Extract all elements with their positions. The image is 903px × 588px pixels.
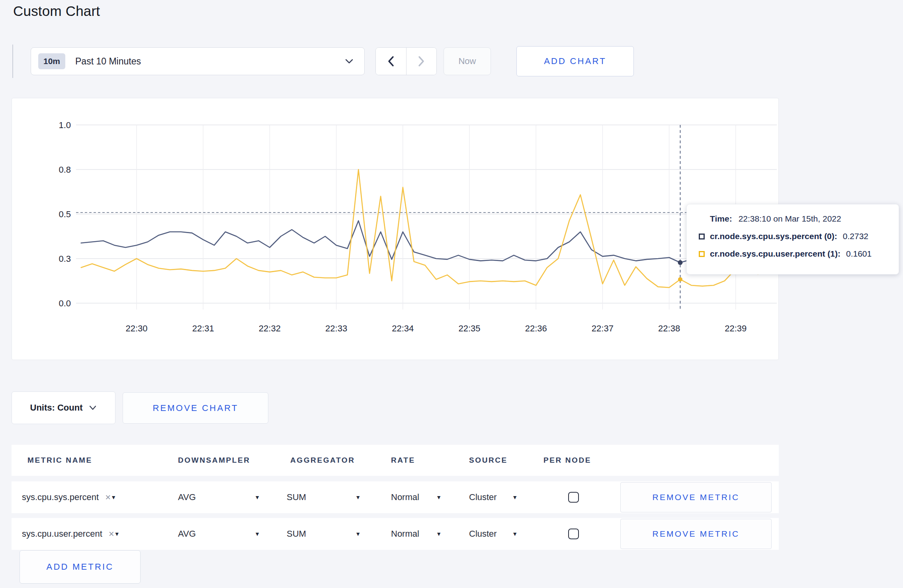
dropdown-arrow-icon: ▼ <box>512 494 518 500</box>
x-axis-label: 22:37 <box>592 323 614 333</box>
sys-percent-line <box>81 221 769 263</box>
tooltip-series-value: 0.1601 <box>846 249 872 259</box>
chart-tooltip: Time: 22:38:10 on Mar 15th, 2022 cr.node… <box>686 204 899 275</box>
user-highlight-dot <box>678 277 682 282</box>
y-axis-label: 0.3 <box>59 254 71 264</box>
y-axis-label: 0.8 <box>59 165 71 175</box>
clear-metric-icon[interactable]: × <box>109 528 114 539</box>
time-prev-button[interactable] <box>376 48 407 75</box>
downsampler-value: AVG <box>178 492 196 502</box>
col-header-metric-name: METRIC NAME <box>27 456 92 465</box>
remove-metric-button[interactable]: REMOVE METRIC <box>620 482 772 512</box>
x-axis-label: 22:33 <box>325 323 347 333</box>
chevron-right-icon <box>417 55 425 67</box>
rate-value: Normal <box>391 492 419 502</box>
source-select[interactable]: Cluster ▼ <box>469 492 518 502</box>
remove-metric-button[interactable]: REMOVE METRIC <box>620 519 772 549</box>
x-axis-label: 22:39 <box>725 323 747 333</box>
sys-highlight-dot <box>678 260 682 265</box>
y-axis-label: 0.5 <box>59 209 71 219</box>
dropdown-arrow-icon: ▼ <box>254 494 260 500</box>
clear-metric-icon[interactable]: × <box>105 492 111 503</box>
units-label: Units: Count <box>30 403 83 413</box>
tooltip-time-row: Time: 22:38:10 on Mar 15th, 2022 <box>699 214 891 224</box>
x-axis-label: 22:30 <box>125 323 147 333</box>
rate-value: Normal <box>391 529 419 539</box>
time-range-label: Past 10 Minutes <box>75 56 344 67</box>
dropdown-arrow-icon: ▼ <box>512 531 518 537</box>
per-node-checkbox[interactable] <box>568 529 579 539</box>
chart-svg: 0.00.30.50.81.022:3022:3122:3222:3322:34… <box>12 98 778 360</box>
col-header-source: SOURCE <box>469 456 508 465</box>
custom-chart-page: Custom Chart 10m Past 10 Minutes Now ADD… <box>0 0 903 588</box>
chevron-down-icon <box>89 405 97 411</box>
downsampler-select[interactable]: AVG ▼ <box>178 492 260 502</box>
metric-row: sys.cpu.user.percent × ▼ AVG ▼ SUM ▼ Nor… <box>12 518 779 550</box>
chevron-down-icon <box>344 58 354 64</box>
x-axis-label: 22:36 <box>525 323 547 333</box>
add-metric-button[interactable]: ADD METRIC <box>20 550 141 584</box>
sys-series-swatch-icon <box>699 234 705 239</box>
chevron-left-icon <box>387 55 395 67</box>
dropdown-arrow-icon[interactable]: ▼ <box>114 531 120 537</box>
chart-panel[interactable]: 0.00.30.50.81.022:3022:3122:3222:3322:34… <box>12 98 779 360</box>
rate-select[interactable]: Normal ▼ <box>391 529 442 539</box>
x-axis-label: 22:32 <box>259 323 281 333</box>
tooltip-series-row: cr.node.sys.cpu.user.percent (1): 0.1601 <box>699 249 891 259</box>
tooltip-time-label: Time: <box>710 214 732 224</box>
add-chart-button[interactable]: ADD CHART <box>516 46 634 76</box>
metric-name-value: sys.cpu.user.percent <box>22 529 102 539</box>
col-header-rate: RATE <box>391 456 415 465</box>
tooltip-series-value: 0.2732 <box>843 232 868 241</box>
now-button[interactable]: Now <box>444 47 491 75</box>
x-axis-label: 22:38 <box>658 323 680 333</box>
per-node-checkbox[interactable] <box>568 492 579 503</box>
source-select[interactable]: Cluster ▼ <box>469 529 518 539</box>
metric-name-value: sys.cpu.sys.percent <box>22 492 99 502</box>
metric-row: sys.cpu.sys.percent × ▼ AVG ▼ SUM ▼ Norm… <box>12 481 779 513</box>
source-value: Cluster <box>469 529 497 539</box>
dropdown-arrow-icon: ▼ <box>436 531 442 537</box>
aggregator-select[interactable]: SUM ▼ <box>287 529 361 539</box>
col-header-downsampler: DOWNSAMPLER <box>178 456 250 465</box>
downsampler-value: AVG <box>178 529 196 539</box>
time-range-badge: 10m <box>38 53 65 69</box>
time-next-button[interactable] <box>407 48 437 75</box>
y-axis-label: 0.0 <box>59 298 71 308</box>
dropdown-arrow-icon[interactable]: ▼ <box>111 494 116 500</box>
metric-name-select[interactable]: sys.cpu.sys.percent × ▼ <box>22 492 116 503</box>
toolbar-divider <box>12 45 13 78</box>
rate-select[interactable]: Normal ▼ <box>391 492 442 502</box>
col-header-per-node: PER NODE <box>543 456 591 465</box>
y-axis-label: 1.0 <box>59 120 71 130</box>
time-nav-group <box>375 47 437 75</box>
dropdown-arrow-icon: ▼ <box>355 531 361 537</box>
tooltip-series-label: cr.node.sys.cpu.user.percent (1): <box>710 249 840 259</box>
aggregator-value: SUM <box>287 529 306 539</box>
dropdown-arrow-icon: ▼ <box>254 531 260 537</box>
tooltip-time-value: 22:38:10 on Mar 15th, 2022 <box>739 214 841 224</box>
metrics-table-header: METRIC NAME DOWNSAMPLER AGGREGATOR RATE … <box>12 445 779 476</box>
units-selector[interactable]: Units: Count <box>12 391 115 424</box>
downsampler-select[interactable]: AVG ▼ <box>178 529 260 539</box>
x-axis-label: 22:34 <box>392 323 414 333</box>
user-series-swatch-icon <box>699 251 705 257</box>
time-range-selector[interactable]: 10m Past 10 Minutes <box>31 47 365 75</box>
x-axis-label: 22:35 <box>458 323 480 333</box>
aggregator-value: SUM <box>287 492 306 502</box>
dropdown-arrow-icon: ▼ <box>436 494 442 500</box>
col-header-aggregator: AGGREGATOR <box>290 456 355 465</box>
tooltip-series-label: cr.node.sys.cpu.sys.percent (0): <box>710 232 837 241</box>
page-title: Custom Chart <box>13 3 100 19</box>
tooltip-series-row: cr.node.sys.cpu.sys.percent (0): 0.2732 <box>699 232 891 241</box>
remove-chart-button[interactable]: REMOVE CHART <box>123 392 268 424</box>
dropdown-arrow-icon: ▼ <box>355 494 361 500</box>
metric-name-select[interactable]: sys.cpu.user.percent × ▼ <box>22 528 120 539</box>
source-value: Cluster <box>469 492 497 502</box>
user-percent-line <box>81 169 769 288</box>
aggregator-select[interactable]: SUM ▼ <box>287 492 361 502</box>
x-axis-label: 22:31 <box>192 323 214 333</box>
